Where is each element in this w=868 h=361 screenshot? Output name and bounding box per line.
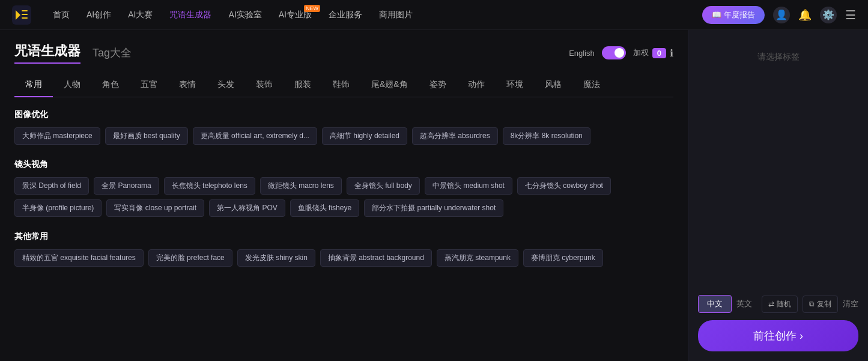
tab-common[interactable]: 常用 — [14, 73, 53, 97]
tag-abstract-bg[interactable]: 抽象背景 abstract background — [320, 249, 432, 267]
tag-telephoto[interactable]: 长焦镜头 telephoto lens — [164, 177, 255, 195]
section-other-common-title: 其他常用 — [14, 231, 673, 242]
tab-tail-wings[interactable]: 尾&翅&角 — [360, 73, 419, 97]
nav-enterprise[interactable]: 企业服务 — [329, 10, 362, 20]
section-lens-angle: 镜头视角 景深 Depth of field 全景 Panorama 长焦镜头 … — [14, 159, 673, 217]
page-subtitle[interactable]: Tag大全 — [93, 46, 132, 60]
random-icon: ⇄ — [768, 300, 774, 308]
page-title: 咒语生成器 — [14, 42, 80, 64]
random-label: 随机 — [777, 299, 791, 309]
right-bottom: 中文 英文 ⇄ 随机 ⧉ 复制 清空 前往创作 › — [698, 295, 858, 351]
tab-shoes[interactable]: 鞋饰 — [322, 73, 360, 97]
tab-action[interactable]: 动作 — [457, 73, 496, 97]
tab-hair[interactable]: 头发 — [207, 73, 245, 97]
nav-ai-create[interactable]: AI创作 — [86, 10, 111, 20]
tag-masterpiece[interactable]: 大师作品 masterpiece — [14, 127, 100, 145]
nav-ai-lab[interactable]: AI实验室 — [228, 10, 261, 20]
tab-environment[interactable]: 环境 — [496, 73, 534, 97]
svg-rect-0 — [12, 5, 31, 25]
tag-profile-picture[interactable]: 半身像 (profile picture) — [14, 199, 102, 217]
tab-character[interactable]: 角色 — [91, 73, 130, 97]
tab-style[interactable]: 风格 — [534, 73, 572, 97]
svg-rect-3 — [22, 14, 28, 15]
lens-angle-tags-row2: 半身像 (profile picture) 写实肖像 close up port… — [14, 199, 673, 217]
jia-quan-info-icon[interactable]: ℹ — [670, 47, 673, 59]
copy-label: 复制 — [817, 299, 831, 309]
tag-macro-lens[interactable]: 微距镜头 macro lens — [260, 177, 342, 195]
left-panel: 咒语生成器 Tag大全 English 加权 0 ℹ 常用 人物 角色 五官 表… — [0, 30, 688, 361]
jia-quan-row: 加权 0 ℹ — [633, 47, 673, 59]
nav-home[interactable]: 首页 — [53, 10, 70, 20]
right-panel: 请选择标签 中文 英文 ⇄ 随机 ⧉ 复制 清空 前往创作 › — [688, 30, 868, 361]
page-title-row: 咒语生成器 Tag大全 English 加权 0 ℹ — [14, 42, 673, 64]
tag-prefect-face[interactable]: 完美的脸 prefect face — [148, 249, 232, 267]
lang-label: English — [569, 49, 595, 58]
tab-accessories[interactable]: 装饰 — [245, 73, 284, 97]
lang-en-button[interactable]: 英文 — [736, 299, 752, 309]
notification-bell-icon[interactable]: 🔔 — [798, 8, 812, 22]
tag-pov[interactable]: 第一人称视角 POV — [209, 199, 285, 217]
logo[interactable] — [12, 5, 35, 25]
nav-links: 首页 AI创作 AI大赛 咒语生成器 AI实验室 AI专业版 NEW 企业服务 … — [53, 10, 702, 20]
right-placeholder-text: 请选择标签 — [698, 52, 858, 62]
tab-pose[interactable]: 姿势 — [419, 73, 457, 97]
nav-ai-pro[interactable]: AI专业版 NEW — [279, 10, 312, 20]
navbar: 首页 AI创作 AI大赛 咒语生成器 AI实验室 AI专业版 NEW 企业服务 … — [0, 0, 868, 30]
random-button[interactable]: ⇄ 随机 — [762, 296, 798, 313]
section-image-optimize-title: 图像优化 — [14, 109, 673, 120]
page-title-controls: English 加权 0 ℹ — [569, 46, 673, 59]
tag-exquisite-facial[interactable]: 精致的五官 exquisite facial features — [14, 249, 144, 267]
copy-icon: ⧉ — [809, 300, 815, 308]
tag-cowboy-shot[interactable]: 七分身镜头 cowboy shot — [517, 177, 611, 195]
lens-angle-tags: 景深 Depth of field 全景 Panorama 长焦镜头 telep… — [14, 177, 673, 195]
tag-underwater[interactable]: 部分水下拍摄 partially underwater shot — [364, 199, 503, 217]
nav-ai-contest[interactable]: AI大赛 — [128, 10, 153, 20]
lang-zh-button[interactable]: 中文 — [698, 295, 732, 313]
tag-depth-of-field[interactable]: 景深 Depth of field — [14, 177, 89, 195]
jia-quan-badge: 0 — [652, 48, 666, 58]
nav-spell-gen[interactable]: 咒语生成器 — [169, 10, 211, 20]
menu-icon[interactable]: ☰ — [845, 8, 856, 22]
english-toggle[interactable] — [602, 46, 626, 59]
tag-cyberpunk[interactable]: 赛博朋克 cyberpunk — [523, 249, 603, 267]
main-layout: 咒语生成器 Tag大全 English 加权 0 ℹ 常用 人物 角色 五官 表… — [0, 30, 868, 361]
tag-8k-resolution[interactable]: 8k分辨率 8k resolution — [503, 127, 590, 145]
section-other-common: 其他常用 精致的五官 exquisite facial features 完美的… — [14, 231, 673, 267]
settings-icon[interactable]: ⚙️ — [820, 7, 837, 23]
create-button[interactable]: 前往创作 › — [698, 320, 858, 351]
svg-rect-2 — [22, 10, 28, 11]
section-image-optimize: 图像优化 大师作品 masterpiece 最好画质 best quality … — [14, 109, 673, 145]
tag-close-up-portrait[interactable]: 写实肖像 close up portrait — [106, 199, 204, 217]
tag-panorama[interactable]: 全景 Panorama — [94, 177, 159, 195]
user-avatar[interactable]: 👤 — [773, 7, 790, 23]
tag-absurdres[interactable]: 超高分辨率 absurdres — [412, 127, 498, 145]
tag-full-body[interactable]: 全身镜头 full body — [347, 177, 420, 195]
tab-expression[interactable]: 表情 — [168, 73, 207, 97]
other-common-tags: 精致的五官 exquisite facial features 完美的脸 pre… — [14, 249, 673, 267]
logo-icon — [12, 5, 31, 25]
tab-person[interactable]: 人物 — [53, 73, 91, 97]
tab-clothing[interactable]: 服装 — [284, 73, 322, 97]
annual-report-button[interactable]: 📖 年度报告 — [702, 6, 765, 24]
new-badge: NEW — [304, 5, 320, 12]
svg-rect-4 — [22, 17, 28, 19]
tabs-row: 常用 人物 角色 五官 表情 头发 装饰 服装 鞋饰 尾&翅&角 姿势 动作 环… — [14, 73, 673, 97]
tag-shiny-skin[interactable]: 发光皮肤 shiny skin — [237, 249, 315, 267]
tag-best-quality[interactable]: 最好画质 best quality — [105, 127, 188, 145]
tag-official-art[interactable]: 更高质量 official art, extremely d... — [193, 127, 317, 145]
section-lens-angle-title: 镜头视角 — [14, 159, 673, 170]
tag-medium-shot[interactable]: 中景镜头 medium shot — [425, 177, 512, 195]
jia-quan-label: 加权 — [633, 47, 649, 58]
right-actions-row: 中文 英文 ⇄ 随机 ⧉ 复制 清空 — [698, 295, 858, 313]
tag-steampunk[interactable]: 蒸汽朋克 steampunk — [437, 249, 518, 267]
clear-button[interactable]: 清空 — [843, 299, 858, 309]
nav-commercial[interactable]: 商用图片 — [379, 10, 413, 20]
tag-fisheye[interactable]: 鱼眼镜头 fisheye — [290, 199, 359, 217]
tab-magic[interactable]: 魔法 — [572, 73, 611, 97]
copy-button[interactable]: ⧉ 复制 — [803, 296, 838, 313]
image-optimize-tags: 大师作品 masterpiece 最好画质 best quality 更高质量 … — [14, 127, 673, 145]
tab-facial[interactable]: 五官 — [130, 73, 168, 97]
nav-right: 📖 年度报告 👤 🔔 ⚙️ ☰ — [702, 6, 856, 24]
tag-highly-detailed[interactable]: 高细节 highly detailed — [322, 127, 407, 145]
